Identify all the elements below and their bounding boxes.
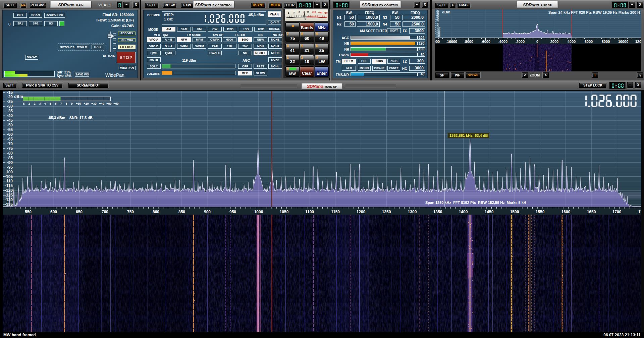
svg-text:-125: -125 <box>5 193 13 198</box>
svg-text:7: 7 <box>60 102 62 105</box>
svg-text:1: 1 <box>28 102 30 105</box>
svg-text:+40: +40 <box>318 11 322 14</box>
svg-text:-120: -120 <box>5 188 13 193</box>
svg-text:1350: 1350 <box>433 210 442 214</box>
svg-text:-55: -55 <box>7 127 13 132</box>
svg-text:-140: -140 <box>436 35 440 37</box>
svg-text:950: 950 <box>229 210 236 214</box>
svg-text:+60: +60 <box>113 102 118 105</box>
svg-text:1550: 1550 <box>536 210 545 214</box>
svg-text:-15: -15 <box>7 90 13 95</box>
svg-text:1000: 1000 <box>254 210 263 214</box>
svg-text:-10000: -10000 <box>446 40 457 44</box>
svg-text:-6000: -6000 <box>481 40 490 44</box>
svg-text:-40: -40 <box>7 113 13 118</box>
svg-text:900: 900 <box>204 210 211 214</box>
svg-text:-8000: -8000 <box>464 40 473 44</box>
svg-text:9: 9 <box>71 102 72 105</box>
svg-text:1400: 1400 <box>459 210 468 214</box>
svg-text:3: 3 <box>39 102 41 105</box>
svg-text:-110: -110 <box>5 179 13 183</box>
svg-text:-130: -130 <box>5 198 13 202</box>
svg-text:-65: -65 <box>7 137 13 142</box>
svg-text:700: 700 <box>102 210 108 214</box>
svg-text:1450: 1450 <box>485 210 494 214</box>
svg-text:+40: +40 <box>99 102 104 105</box>
svg-text:5: 5 <box>299 11 300 14</box>
svg-text:-4000: -4000 <box>498 40 507 44</box>
svg-text:1700: 1700 <box>612 210 622 214</box>
svg-text:0: 0 <box>536 40 538 44</box>
svg-text:6: 6 <box>55 102 56 105</box>
svg-text:-45: -45 <box>7 118 13 123</box>
svg-text:+20: +20 <box>84 102 89 105</box>
svg-text:-80: -80 <box>7 151 13 156</box>
svg-text:1: 1 <box>288 11 289 14</box>
svg-text:-70: -70 <box>7 142 13 146</box>
svg-text:-50: -50 <box>7 123 13 127</box>
svg-text:dBm: dBm <box>442 10 450 14</box>
svg-text:8000: 8000 <box>602 40 610 44</box>
svg-text:+10: +10 <box>76 102 81 105</box>
svg-text:-30: -30 <box>7 104 13 109</box>
svg-text:Span 24 kHz FFT 620 Pts RBW: Span 24 kHz FFT 620 Pts RBW 19,35 Hz Mar… <box>548 10 640 14</box>
svg-text:6000: 6000 <box>585 40 593 44</box>
svg-text:1500: 1500 <box>510 210 519 214</box>
svg-text:dBm: dBm <box>14 94 23 99</box>
svg-text:1650: 1650 <box>587 210 596 214</box>
svg-text:-2000: -2000 <box>515 40 525 44</box>
svg-text:750: 750 <box>127 210 134 214</box>
svg-text:-60: -60 <box>7 132 13 137</box>
svg-text:-25: -25 <box>7 99 13 104</box>
svg-text:1600: 1600 <box>561 210 571 214</box>
svg-text:1050: 1050 <box>280 210 289 214</box>
svg-text:2000: 2000 <box>550 40 558 44</box>
svg-text:-105: -105 <box>5 174 13 179</box>
svg-text:S: S <box>23 102 25 105</box>
svg-text:-12000: -12000 <box>435 40 440 44</box>
svg-text:-100: -100 <box>5 170 13 174</box>
svg-text:-115: -115 <box>5 183 13 188</box>
svg-text:1200: 1200 <box>357 210 366 214</box>
svg-text:850: 850 <box>178 210 185 214</box>
svg-text:-95: -95 <box>7 165 13 170</box>
svg-text:1300: 1300 <box>408 210 417 214</box>
svg-text:12000: 12000 <box>635 40 641 44</box>
svg-text:-20: -20 <box>7 95 13 99</box>
svg-text:600: 600 <box>50 210 57 214</box>
svg-text:-90: -90 <box>7 160 13 165</box>
svg-text:5: 5 <box>49 102 51 105</box>
svg-text:2: 2 <box>34 102 35 105</box>
svg-text:-35: -35 <box>7 109 13 113</box>
svg-text:-75: -75 <box>7 146 13 151</box>
svg-text:1100: 1100 <box>305 210 314 214</box>
svg-text:4: 4 <box>44 102 46 105</box>
svg-text:8: 8 <box>65 102 67 105</box>
svg-text:-135: -135 <box>5 202 13 207</box>
svg-text:10000: 10000 <box>618 40 629 44</box>
svg-text:800: 800 <box>153 210 159 214</box>
svg-text:3: 3 <box>293 11 295 14</box>
svg-text:-85: -85 <box>7 156 13 160</box>
svg-text:+20: +20 <box>312 11 316 13</box>
svg-text:+30: +30 <box>91 102 96 105</box>
svg-text:9: 9 <box>307 10 309 13</box>
svg-text:+50: +50 <box>106 102 111 105</box>
svg-text:650: 650 <box>76 210 83 214</box>
svg-text:1750: 1750 <box>638 210 641 214</box>
svg-text:4000: 4000 <box>568 40 576 44</box>
svg-text:+60: +60 <box>324 12 328 14</box>
svg-text:1150: 1150 <box>331 210 340 214</box>
svg-text:550: 550 <box>25 210 32 214</box>
svg-text:1250: 1250 <box>382 210 391 214</box>
